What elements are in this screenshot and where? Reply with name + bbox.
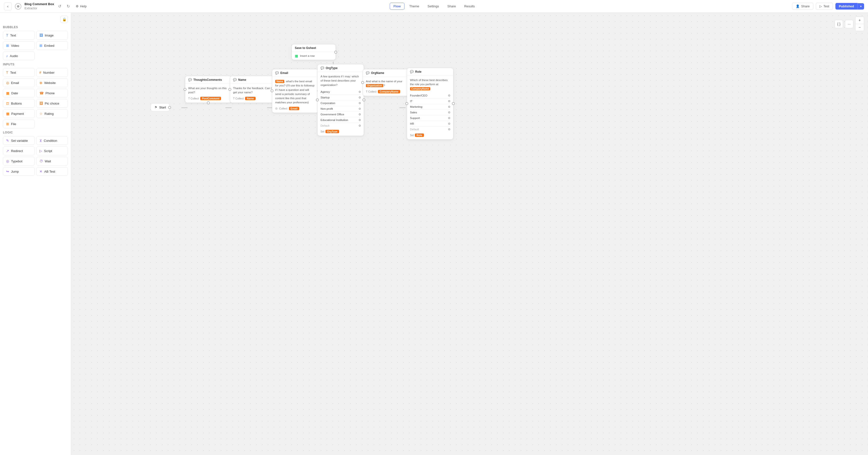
test-button[interactable]: ▷ Test	[816, 3, 833, 10]
choice-sales-dot	[448, 111, 450, 113]
published-button-group: Published ▾	[835, 3, 864, 9]
choice-default-orgtype[interactable]: Default	[320, 123, 361, 128]
start-node[interactable]: ⚑ Start	[151, 103, 169, 111]
published-dropdown-button[interactable]: ▾	[858, 3, 864, 9]
choice-startup[interactable]: Startup	[320, 95, 361, 100]
tab-flow[interactable]: Flow	[390, 3, 404, 10]
zoom-out-button[interactable]: −	[856, 24, 864, 31]
orgtype-header-icon: 💬	[320, 66, 324, 70]
choice-nonprofit[interactable]: Non-profit	[320, 106, 361, 112]
buttons-label: Buttons	[11, 102, 22, 105]
choice-default-role[interactable]: Default	[410, 127, 450, 132]
sidebar-item-rating[interactable]: ☆ Rating	[36, 109, 68, 118]
topnav-center: Flow Theme Settings Share Results	[390, 3, 478, 10]
orgname-header: 💬 OrgName	[363, 69, 409, 77]
code-view-button[interactable]: { }	[835, 20, 843, 28]
video-label: Video	[11, 44, 19, 47]
gsheet-action-label: Insert a row	[300, 54, 315, 57]
role-node[interactable]: 💬 Role Which of these best describes the…	[407, 68, 453, 139]
sidebar-item-text-bubble[interactable]: T Text	[3, 31, 35, 40]
choice-hr[interactable]: HR	[410, 121, 450, 127]
typebot-label: Typebot	[11, 159, 22, 163]
sidebar-item-ab-test[interactable]: ✕ AB Test	[36, 167, 68, 176]
sidebar-item-typebot[interactable]: ◎ Typebot	[3, 157, 35, 166]
orgtype-set-tag: OrgType	[326, 130, 339, 133]
name-body: Thanks for the feedback. Can I get your …	[230, 84, 276, 103]
choice-educational-dot	[359, 119, 361, 121]
lock-icon[interactable]: 🔒	[61, 16, 68, 23]
app-subtitle: Extractor	[25, 6, 54, 10]
sidebar-item-set-variable[interactable]: ✎ Set variable	[3, 136, 35, 145]
tab-share[interactable]: Share	[444, 3, 460, 9]
sidebar-item-buttons[interactable]: ⊡ Buttons	[3, 99, 35, 108]
share-button[interactable]: 👤 Share	[792, 3, 813, 10]
canvas[interactable]: { } ··· + −	[71, 13, 868, 455]
text-bubble-label: Text	[10, 34, 16, 37]
number-icon: #	[39, 70, 41, 74]
sidebar-item-audio[interactable]: ♪ Audio	[3, 52, 35, 60]
orgtype-header: 💬 OrgType	[318, 64, 364, 72]
help-button[interactable]: ⚙ Help	[74, 3, 89, 9]
name-node[interactable]: 💬 Name Thanks for the feedback. Can I ge…	[230, 76, 276, 103]
embed-label: Embed	[44, 44, 54, 47]
email-body-text: , what's the best email for you? (I'll u…	[275, 80, 314, 104]
sidebar-item-website[interactable]: ⊕ Website	[36, 78, 68, 87]
flow-canvas: ⚑ Start Save to Gsheet ▦ Insert a row 💬 …	[71, 13, 868, 455]
redo-button[interactable]: ↻	[65, 3, 71, 9]
ab-test-label: AB Test	[44, 170, 55, 173]
orgtype-choices: Agency Startup Corporation Non-prof	[320, 89, 361, 128]
published-main-button[interactable]: Published	[835, 3, 858, 9]
inputs-section-title: Inputs	[3, 63, 68, 66]
sidebar-item-date[interactable]: ▦ Date	[3, 89, 35, 97]
email-header-label: Email	[280, 71, 288, 75]
sidebar-item-script[interactable]: ▷ Script	[36, 147, 68, 155]
name-collect-row: T Collect Name	[233, 97, 273, 100]
choice-support[interactable]: Support	[410, 115, 450, 121]
sidebar-item-payment[interactable]: ▦ Payment	[3, 109, 35, 118]
thoughts-node[interactable]: 💬 ThoughtsComments What are your thought…	[185, 76, 231, 103]
sidebar-item-embed[interactable]: ⊞ Embed	[36, 41, 68, 50]
thoughts-header-icon: 💬	[188, 78, 192, 82]
email-node[interactable]: 💬 Email Name, what's the best email for …	[272, 69, 318, 113]
sidebar-item-pic-choice[interactable]: 🖼 Pic choice	[36, 99, 68, 108]
sidebar-item-image[interactable]: 🖼 Image	[36, 31, 68, 40]
sidebar-item-phone[interactable]: ☎ Phone	[36, 89, 68, 97]
choice-founder[interactable]: Founder/CEO	[410, 93, 450, 98]
choice-corporation[interactable]: Corporation	[320, 100, 361, 106]
undo-button[interactable]: ↺	[57, 3, 63, 9]
choice-agency[interactable]: Agency	[320, 89, 361, 95]
sidebar-item-video[interactable]: ⊞ Video	[3, 41, 35, 50]
sidebar-item-email[interactable]: ◎ Email	[3, 78, 35, 87]
tab-settings[interactable]: Settings	[424, 3, 442, 9]
inputs-grid: T Text # Number ◎ Email ⊕ Website ▦ Date…	[3, 68, 68, 128]
sidebar-item-file[interactable]: ⊞ File	[3, 120, 35, 128]
choice-educational[interactable]: Educational Institution	[320, 117, 361, 123]
sidebar-item-text-input[interactable]: T Text	[3, 68, 35, 77]
orgname-collect-tag: CompanyName	[378, 90, 400, 93]
choice-it[interactable]: IT	[410, 98, 450, 104]
sidebar-item-condition[interactable]: ⊻ Condition	[36, 136, 68, 145]
share-icon: 👤	[796, 4, 800, 8]
back-button[interactable]: ‹	[4, 2, 12, 10]
orgtype-node[interactable]: 💬 OrgType A few questions if I may: whic…	[317, 64, 364, 136]
orgname-collect-label: T Collect	[366, 90, 376, 93]
help-icon: ⚙	[76, 4, 79, 8]
test-label: Test	[824, 4, 829, 8]
thoughts-header-label: ThoughtsComments	[193, 78, 222, 82]
tab-theme[interactable]: Theme	[406, 3, 423, 9]
more-options-button[interactable]: ···	[845, 20, 853, 28]
sidebar-item-wait[interactable]: ⏱ Wait	[36, 157, 68, 166]
choice-government[interactable]: Government Office	[320, 112, 361, 117]
ab-test-icon: ✕	[39, 169, 42, 173]
zoom-in-button[interactable]: +	[856, 17, 864, 24]
orgname-node[interactable]: 💬 OrgName And what is the name of your O…	[363, 69, 409, 96]
tab-results[interactable]: Results	[461, 3, 478, 9]
role-choices: Founder/CEO IT Marketing Sales	[410, 93, 450, 132]
choice-marketing[interactable]: Marketing	[410, 104, 450, 110]
sidebar-item-number[interactable]: # Number	[36, 68, 68, 77]
gsheet-node[interactable]: Save to Gsheet ▦ Insert a row	[291, 44, 336, 60]
choice-sales[interactable]: Sales	[410, 110, 450, 115]
video-icon: ⊞	[6, 43, 9, 47]
sidebar-item-redirect[interactable]: ↗ Redirect	[3, 147, 35, 155]
sidebar-item-jump[interactable]: ↬ Jump	[3, 167, 35, 176]
